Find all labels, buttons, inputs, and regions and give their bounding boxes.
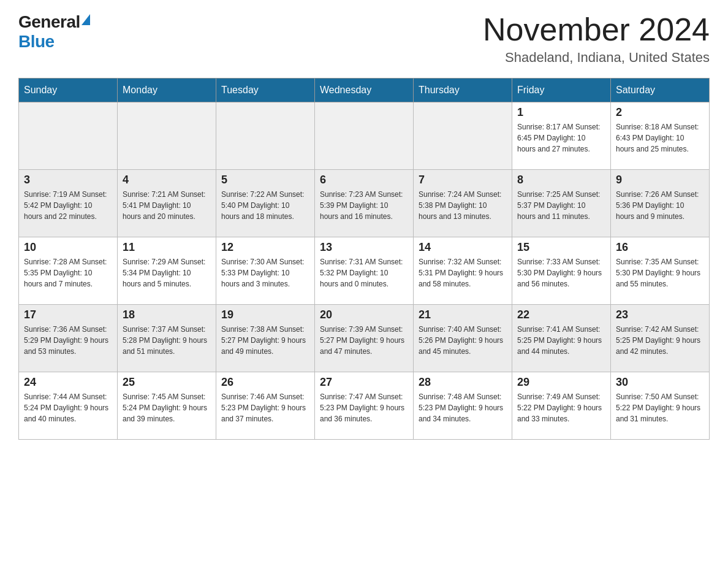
header-wednesday: Wednesday [315,79,414,102]
main-title: November 2024 [483,12,710,47]
day-number: 5 [221,174,309,186]
day-cell: 23Sunrise: 7:42 AM Sunset: 5:25 PM Dayli… [611,305,710,372]
day-cell: 24Sunrise: 7:44 AM Sunset: 5:24 PM Dayli… [19,372,118,440]
day-info: Sunrise: 7:25 AM Sunset: 5:37 PM Dayligh… [517,189,605,222]
day-cell: 29Sunrise: 7:49 AM Sunset: 5:22 PM Dayli… [512,372,611,440]
header-friday: Friday [512,79,611,102]
day-number: 25 [123,376,211,389]
day-info: Sunrise: 7:45 AM Sunset: 5:24 PM Dayligh… [123,391,211,424]
day-info: Sunrise: 7:29 AM Sunset: 5:34 PM Dayligh… [123,256,211,289]
logo-triangle-icon [82,14,90,25]
day-number: 3 [24,174,112,186]
day-cell: 13Sunrise: 7:31 AM Sunset: 5:32 PM Dayli… [315,237,414,305]
day-cell: 21Sunrise: 7:40 AM Sunset: 5:26 PM Dayli… [414,305,512,372]
week-row-5: 24Sunrise: 7:44 AM Sunset: 5:24 PM Dayli… [19,372,710,440]
day-info: Sunrise: 7:28 AM Sunset: 5:35 PM Dayligh… [24,256,112,289]
day-info: Sunrise: 8:17 AM Sunset: 6:45 PM Dayligh… [517,121,605,155]
day-number: 21 [419,308,507,321]
day-cell: 6Sunrise: 7:23 AM Sunset: 5:39 PM Daylig… [315,170,414,237]
day-number: 30 [616,376,704,389]
subtitle: Shadeland, Indiana, United States [483,50,710,66]
day-number: 20 [320,308,408,321]
day-info: Sunrise: 7:44 AM Sunset: 5:24 PM Dayligh… [24,391,112,424]
day-number: 27 [320,376,408,389]
header-tuesday: Tuesday [216,79,315,102]
day-cell: 22Sunrise: 7:41 AM Sunset: 5:25 PM Dayli… [512,305,611,372]
day-cell [414,102,512,170]
day-cell [19,102,118,170]
week-row-1: 1Sunrise: 8:17 AM Sunset: 6:45 PM Daylig… [19,102,710,170]
day-info: Sunrise: 7:23 AM Sunset: 5:39 PM Dayligh… [320,189,408,222]
day-cell: 10Sunrise: 7:28 AM Sunset: 5:35 PM Dayli… [19,237,118,305]
day-info: Sunrise: 8:18 AM Sunset: 6:43 PM Dayligh… [616,121,704,155]
day-number: 2 [616,106,704,119]
week-row-3: 10Sunrise: 7:28 AM Sunset: 5:35 PM Dayli… [19,237,710,305]
day-info: Sunrise: 7:50 AM Sunset: 5:22 PM Dayligh… [616,391,704,424]
logo-general-text: General [18,12,80,32]
header-monday: Monday [118,79,216,102]
day-info: Sunrise: 7:41 AM Sunset: 5:25 PM Dayligh… [517,324,605,357]
day-cell: 9Sunrise: 7:26 AM Sunset: 5:36 PM Daylig… [611,170,710,237]
day-cell: 18Sunrise: 7:37 AM Sunset: 5:28 PM Dayli… [118,305,216,372]
day-number: 6 [320,174,408,186]
day-number: 23 [616,308,704,321]
day-number: 14 [419,241,507,254]
day-number: 16 [616,241,704,254]
day-number: 29 [517,376,605,389]
day-cell [118,102,216,170]
page-header: General Blue November 2024 Shadeland, In… [18,12,710,66]
day-number: 10 [24,241,112,254]
day-number: 15 [517,241,605,254]
day-cell: 12Sunrise: 7:30 AM Sunset: 5:33 PM Dayli… [216,237,315,305]
day-info: Sunrise: 7:21 AM Sunset: 5:41 PM Dayligh… [123,189,211,222]
day-info: Sunrise: 7:39 AM Sunset: 5:27 PM Dayligh… [320,324,408,357]
week-row-4: 17Sunrise: 7:36 AM Sunset: 5:29 PM Dayli… [19,305,710,372]
calendar-table: SundayMondayTuesdayWednesdayThursdayFrid… [18,78,710,440]
day-info: Sunrise: 7:35 AM Sunset: 5:30 PM Dayligh… [616,256,704,289]
day-number: 9 [616,174,704,186]
day-number: 7 [419,174,507,186]
day-info: Sunrise: 7:36 AM Sunset: 5:29 PM Dayligh… [24,324,112,357]
day-info: Sunrise: 7:19 AM Sunset: 5:42 PM Dayligh… [24,189,112,222]
day-info: Sunrise: 7:46 AM Sunset: 5:23 PM Dayligh… [221,391,309,424]
day-info: Sunrise: 7:42 AM Sunset: 5:25 PM Dayligh… [616,324,704,357]
day-cell: 5Sunrise: 7:22 AM Sunset: 5:40 PM Daylig… [216,170,315,237]
day-cell: 11Sunrise: 7:29 AM Sunset: 5:34 PM Dayli… [118,237,216,305]
day-number: 11 [123,241,211,254]
day-number: 18 [123,308,211,321]
day-info: Sunrise: 7:49 AM Sunset: 5:22 PM Dayligh… [517,391,605,424]
day-cell: 28Sunrise: 7:48 AM Sunset: 5:23 PM Dayli… [414,372,512,440]
day-cell: 15Sunrise: 7:33 AM Sunset: 5:30 PM Dayli… [512,237,611,305]
day-number: 26 [221,376,309,389]
day-cell: 1Sunrise: 8:17 AM Sunset: 6:45 PM Daylig… [512,102,611,170]
day-cell [216,102,315,170]
day-info: Sunrise: 7:33 AM Sunset: 5:30 PM Dayligh… [517,256,605,289]
day-info: Sunrise: 7:24 AM Sunset: 5:38 PM Dayligh… [419,189,507,222]
day-cell [315,102,414,170]
day-info: Sunrise: 7:40 AM Sunset: 5:26 PM Dayligh… [419,324,507,357]
day-number: 8 [517,174,605,186]
day-cell: 27Sunrise: 7:47 AM Sunset: 5:23 PM Dayli… [315,372,414,440]
day-cell: 8Sunrise: 7:25 AM Sunset: 5:37 PM Daylig… [512,170,611,237]
day-number: 17 [24,308,112,321]
day-number: 4 [123,174,211,186]
day-number: 19 [221,308,309,321]
day-info: Sunrise: 7:32 AM Sunset: 5:31 PM Dayligh… [419,256,507,289]
day-cell: 14Sunrise: 7:32 AM Sunset: 5:31 PM Dayli… [414,237,512,305]
header-saturday: Saturday [611,79,710,102]
day-cell: 19Sunrise: 7:38 AM Sunset: 5:27 PM Dayli… [216,305,315,372]
day-info: Sunrise: 7:37 AM Sunset: 5:28 PM Dayligh… [123,324,211,357]
day-number: 28 [419,376,507,389]
calendar-header-row: SundayMondayTuesdayWednesdayThursdayFrid… [19,79,710,102]
day-number: 12 [221,241,309,254]
day-info: Sunrise: 7:48 AM Sunset: 5:23 PM Dayligh… [419,391,507,424]
day-cell: 16Sunrise: 7:35 AM Sunset: 5:30 PM Dayli… [611,237,710,305]
logo: General Blue [18,12,90,52]
day-cell: 20Sunrise: 7:39 AM Sunset: 5:27 PM Dayli… [315,305,414,372]
logo-blue-text: Blue [18,32,55,52]
day-cell: 7Sunrise: 7:24 AM Sunset: 5:38 PM Daylig… [414,170,512,237]
day-cell: 25Sunrise: 7:45 AM Sunset: 5:24 PM Dayli… [118,372,216,440]
day-cell: 3Sunrise: 7:19 AM Sunset: 5:42 PM Daylig… [19,170,118,237]
day-cell: 4Sunrise: 7:21 AM Sunset: 5:41 PM Daylig… [118,170,216,237]
day-info: Sunrise: 7:31 AM Sunset: 5:32 PM Dayligh… [320,256,408,289]
